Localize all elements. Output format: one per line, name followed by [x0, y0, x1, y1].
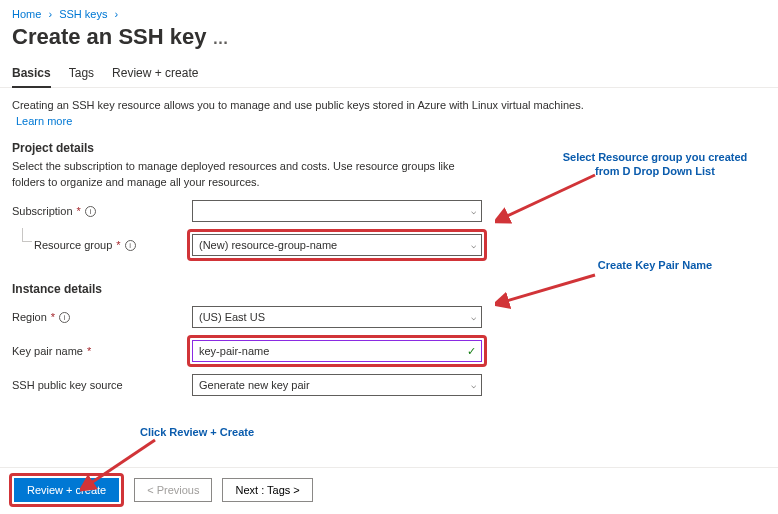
- tab-basics[interactable]: Basics: [12, 66, 51, 88]
- info-icon[interactable]: i: [85, 206, 96, 217]
- chevron-right-icon: ›: [115, 8, 119, 20]
- subscription-select[interactable]: [192, 200, 482, 222]
- subscription-label: Subscription * i: [12, 205, 192, 217]
- required-icon: *: [116, 239, 120, 251]
- keypair-name-label: Key pair name *: [12, 345, 192, 357]
- chevron-down-icon: ⌵: [471, 380, 476, 390]
- review-create-button[interactable]: Review + create: [14, 478, 119, 502]
- annotation-highlight: (New) resource-group-name ⌵: [187, 229, 487, 261]
- check-icon: ✓: [467, 345, 476, 358]
- annotation-text: Select Resource group you created from D…: [550, 150, 760, 179]
- breadcrumb-home[interactable]: Home: [12, 8, 41, 20]
- project-details-desc: Select the subscription to manage deploy…: [12, 159, 472, 190]
- breadcrumb: Home › SSH keys ›: [0, 0, 778, 24]
- tab-review[interactable]: Review + create: [112, 66, 198, 87]
- chevron-down-icon: ⌵: [471, 206, 476, 216]
- annotation-text: Click Review + Create: [140, 425, 254, 439]
- annotation-text: Create Key Pair Name: [570, 258, 740, 272]
- chevron-down-icon: ⌵: [471, 312, 476, 322]
- annotation-highlight: Review + create: [9, 473, 124, 507]
- ssh-source-select[interactable]: Generate new key pair: [192, 374, 482, 396]
- tree-line: [22, 228, 32, 242]
- tabs: Basics Tags Review + create: [0, 54, 778, 88]
- chevron-down-icon: ⌵: [471, 240, 476, 250]
- more-icon[interactable]: …: [212, 30, 228, 47]
- ssh-source-label: SSH public key source: [12, 379, 192, 391]
- info-icon[interactable]: i: [59, 312, 70, 323]
- region-label: Region * i: [12, 311, 192, 323]
- region-select[interactable]: (US) East US: [192, 306, 482, 328]
- resource-group-label: Resource group * i: [34, 239, 192, 251]
- required-icon: *: [51, 311, 55, 323]
- page-title: Create an SSH key…: [0, 24, 778, 54]
- tab-tags[interactable]: Tags: [69, 66, 94, 87]
- intro-text: Creating an SSH key resource allows you …: [12, 98, 766, 113]
- annotation-highlight: key-pair-name ✓: [187, 335, 487, 367]
- required-icon: *: [87, 345, 91, 357]
- learn-more-link[interactable]: Learn more: [16, 115, 766, 127]
- info-icon[interactable]: i: [125, 240, 136, 251]
- next-button[interactable]: Next : Tags >: [222, 478, 312, 502]
- footer: Review + create < Previous Next : Tags >: [0, 467, 778, 504]
- required-icon: *: [77, 205, 81, 217]
- breadcrumb-sshkeys[interactable]: SSH keys: [59, 8, 107, 20]
- previous-button[interactable]: < Previous: [134, 478, 212, 502]
- keypair-name-input[interactable]: key-pair-name: [192, 340, 482, 362]
- chevron-right-icon: ›: [48, 8, 52, 20]
- resource-group-select[interactable]: (New) resource-group-name: [192, 234, 482, 256]
- instance-details-title: Instance details: [12, 282, 766, 296]
